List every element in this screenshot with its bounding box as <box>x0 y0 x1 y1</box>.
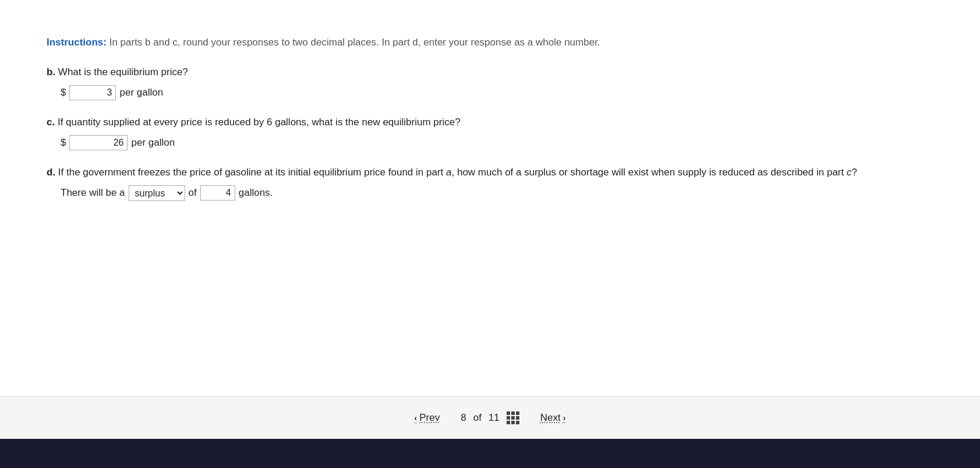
next-button[interactable]: Next › <box>531 407 575 428</box>
surplus-shortage-select[interactable]: surplus shortage <box>129 185 185 201</box>
question-b-dollar: $ <box>61 87 66 98</box>
question-d-text2: , how much of a surplus or shortage will… <box>452 167 847 178</box>
question-c-dollar: $ <box>61 137 66 149</box>
instructions-bold: Instructions: <box>47 37 107 48</box>
question-d-of: of <box>189 187 197 199</box>
grid-icon[interactable] <box>507 411 519 424</box>
prev-label: Prev <box>419 412 440 424</box>
question-d-unit: gallons. <box>239 187 273 199</box>
prev-chevron-icon: ‹ <box>415 413 418 423</box>
question-d-answer-row: There will be a surplus shortage of gall… <box>61 185 933 201</box>
question-d-text1: If the government freezes the price of g… <box>55 167 446 178</box>
question-d-prefix: There will be a <box>61 187 125 199</box>
question-b-input[interactable] <box>69 85 116 100</box>
question-b-unit: per gallon <box>119 87 163 98</box>
question-b-block: b. What is the equilibrium price? $ per … <box>47 66 933 100</box>
question-d-letter: d. <box>47 167 55 178</box>
next-label: Next <box>540 412 561 424</box>
instructions-body: In parts b and c, round your responses t… <box>107 37 600 48</box>
main-content: Instructions: In parts b and c, round yo… <box>0 0 980 396</box>
question-b-text: What is the equilibrium price? <box>55 66 188 78</box>
navigation-bar: ‹ Prev 8 of 11 Next › <box>0 396 980 439</box>
instructions-text: Instructions: In parts b and c, round yo… <box>47 35 933 50</box>
question-b-answer-row: $ per gallon <box>61 85 933 100</box>
of-text: of <box>473 412 482 424</box>
question-c-unit: per gallon <box>131 137 175 149</box>
question-d-label: d. If the government freezes the price o… <box>47 167 933 178</box>
question-c-text: If quantity supplied at every price is r… <box>55 117 460 128</box>
page-info: 8 of 11 <box>461 411 519 424</box>
question-d-italic-a: a <box>446 167 451 178</box>
question-d-block: d. If the government freezes the price o… <box>47 167 933 201</box>
question-c-input[interactable] <box>69 135 128 150</box>
question-d-text3: ? <box>851 167 857 178</box>
prev-button[interactable]: ‹ Prev <box>405 407 450 428</box>
question-c-answer-row: $ per gallon <box>61 135 933 150</box>
question-c-block: c. If quantity supplied at every price i… <box>47 117 933 150</box>
question-d-input[interactable] <box>200 185 235 200</box>
question-b-letter: b. <box>47 66 55 78</box>
total-pages: 11 <box>489 412 500 424</box>
taskbar <box>0 439 980 468</box>
question-c-letter: c. <box>47 117 55 128</box>
question-c-label: c. If quantity supplied at every price i… <box>47 117 933 128</box>
next-chevron-icon: › <box>563 413 566 423</box>
current-page: 8 <box>461 412 466 424</box>
question-b-label: b. What is the equilibrium price? <box>47 66 933 78</box>
